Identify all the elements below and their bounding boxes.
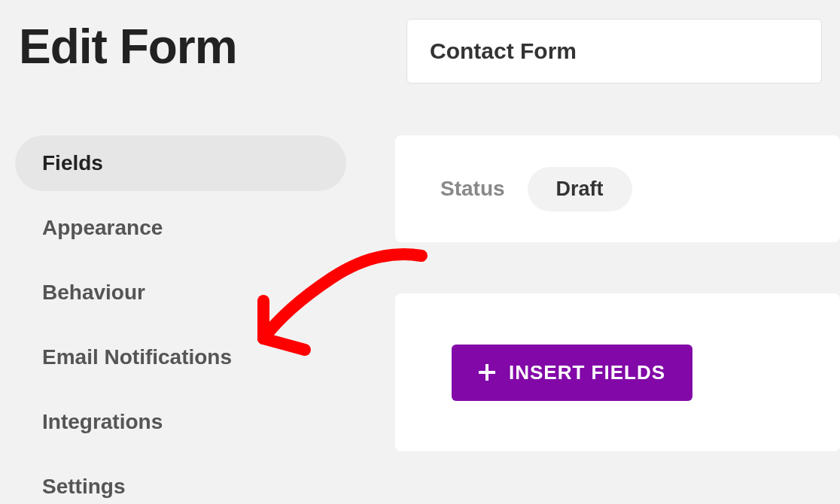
sidebar-item-label: Fields [42,151,103,175]
sidebar-item-label: Email Notifications [42,345,232,369]
sidebar-item-email-notifications[interactable]: Email Notifications [15,329,346,385]
status-card: Status Draft [395,135,840,242]
insert-fields-label: INSERT FIELDS [509,361,665,384]
status-label: Status [440,177,505,201]
sidebar-item-label: Behaviour [42,281,145,305]
status-badge[interactable]: Draft [528,167,632,211]
page-title: Edit Form [19,19,237,74]
plus-icon [479,364,495,381]
sidebar-item-label: Integrations [42,410,163,434]
sidebar-item-label: Appearance [42,216,163,240]
fields-panel: INSERT FIELDS [395,293,840,451]
sidebar-item-label: Settings [42,475,125,499]
sidebar-item-behaviour[interactable]: Behaviour [15,265,346,320]
sidebar-item-fields[interactable]: Fields [15,135,346,191]
sidebar-item-integrations[interactable]: Integrations [15,394,346,450]
form-name-input[interactable] [406,19,822,83]
sidebar-item-settings[interactable]: Settings [15,459,346,504]
sidebar-item-appearance[interactable]: Appearance [15,200,346,256]
insert-fields-button[interactable]: INSERT FIELDS [452,345,692,401]
sidebar: Fields Appearance Behaviour Email Notifi… [15,135,346,504]
